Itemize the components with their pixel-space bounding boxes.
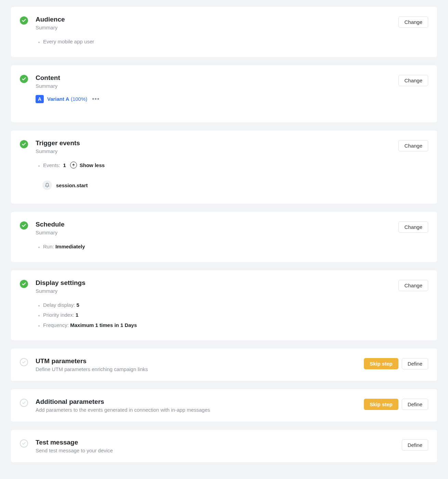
define-button[interactable]: Define xyxy=(402,439,428,451)
section-content: Content Summary A Variant A (100%) ••• C… xyxy=(11,65,437,122)
frequency-label: Frequency: xyxy=(43,322,69,328)
skip-step-button[interactable]: Skip step xyxy=(364,358,398,369)
change-button[interactable]: Change xyxy=(398,16,428,28)
events-count: 1 xyxy=(63,162,66,168)
variant-name: Variant A xyxy=(47,96,69,102)
skip-step-button[interactable]: Skip step xyxy=(364,399,398,410)
frequency-line: Frequency: Maximum 1 times in 1 Days xyxy=(43,320,391,330)
change-button[interactable]: Change xyxy=(398,280,428,291)
section-audience: Audience Summary Every mobile app user C… xyxy=(11,7,437,57)
section-schedule: Schedule Summary Run: Immediately Change xyxy=(11,212,437,262)
section-title: Test message xyxy=(36,439,394,446)
pending-check-icon xyxy=(20,399,28,407)
change-button[interactable]: Change xyxy=(398,140,428,151)
variant-percentage: (100%) xyxy=(71,96,87,102)
section-title: Additional parameters xyxy=(36,398,356,406)
section-description: Add parameters to the events generated i… xyxy=(36,407,356,413)
events-count-line: Events: 1 Show less xyxy=(43,160,391,170)
check-icon xyxy=(20,221,28,230)
change-button[interactable]: Change xyxy=(398,75,428,86)
section-description: Define UTM parameters enriching campaign… xyxy=(36,366,356,372)
summary-label: Summary xyxy=(36,25,391,30)
priority-index-line: Priority index: 1 xyxy=(43,310,391,320)
event-item: session.start xyxy=(42,180,391,190)
pending-check-icon xyxy=(20,439,28,448)
summary-label: Summary xyxy=(36,148,391,154)
check-icon xyxy=(20,75,28,83)
section-title: Display settings xyxy=(36,279,391,287)
section-trigger-events: Trigger events Summary Events: 1 Show xyxy=(11,131,437,204)
section-utm-parameters: UTM parameters Define UTM parameters enr… xyxy=(11,348,437,381)
trigger-bullet-list: Events: 1 Show less xyxy=(36,160,391,170)
section-title: UTM parameters xyxy=(36,357,356,365)
delay-value: 5 xyxy=(77,302,79,308)
events-label: Events: xyxy=(43,162,60,168)
section-title: Trigger events xyxy=(36,139,391,147)
priority-value: 1 xyxy=(76,312,78,318)
section-description: Send test message to your device xyxy=(36,448,394,453)
define-button[interactable]: Define xyxy=(402,399,428,410)
schedule-run-line: Run: Immediately xyxy=(43,242,391,252)
section-test-message: Test message Send test message to your d… xyxy=(11,430,437,462)
audience-bullet-list: Every mobile app user xyxy=(36,37,391,47)
run-label: Run xyxy=(43,244,53,249)
schedule-bullet-list: Run: Immediately xyxy=(36,242,391,252)
summary-label: Summary xyxy=(36,230,391,235)
check-icon xyxy=(20,280,28,288)
section-additional-parameters: Additional parameters Add parameters to … xyxy=(11,389,437,422)
variant-chip: A xyxy=(36,95,44,103)
frequency-value: Maximum 1 times in 1 Days xyxy=(70,322,137,328)
show-less-toggle[interactable]: Show less xyxy=(70,161,105,170)
delay-label: Delay display: xyxy=(43,302,75,308)
define-button[interactable]: Define xyxy=(402,358,428,369)
collapse-icon xyxy=(70,162,77,168)
delay-display-line: Delay display: 5 xyxy=(43,300,391,310)
event-name: session.start xyxy=(56,182,88,188)
bell-icon xyxy=(42,180,52,190)
priority-label: Priority index: xyxy=(43,312,74,318)
check-icon xyxy=(20,16,28,25)
variant-row[interactable]: A Variant A (100%) ••• xyxy=(36,95,391,103)
show-less-label: Show less xyxy=(80,161,105,170)
section-title: Content xyxy=(36,74,391,82)
section-display-settings: Display settings Summary Delay display: … xyxy=(11,270,437,341)
section-title: Schedule xyxy=(36,221,391,228)
summary-label: Summary xyxy=(36,288,391,294)
run-value: Immediately xyxy=(55,244,85,249)
summary-label: Summary xyxy=(36,83,391,89)
display-bullet-list: Delay display: 5 Priority index: 1 Frequ… xyxy=(36,300,391,330)
pending-check-icon xyxy=(20,358,28,366)
section-title: Audience xyxy=(36,16,391,23)
audience-bullet: Every mobile app user xyxy=(43,37,391,47)
more-icon[interactable]: ••• xyxy=(91,96,101,102)
change-button[interactable]: Change xyxy=(398,221,428,233)
check-icon xyxy=(20,140,28,148)
